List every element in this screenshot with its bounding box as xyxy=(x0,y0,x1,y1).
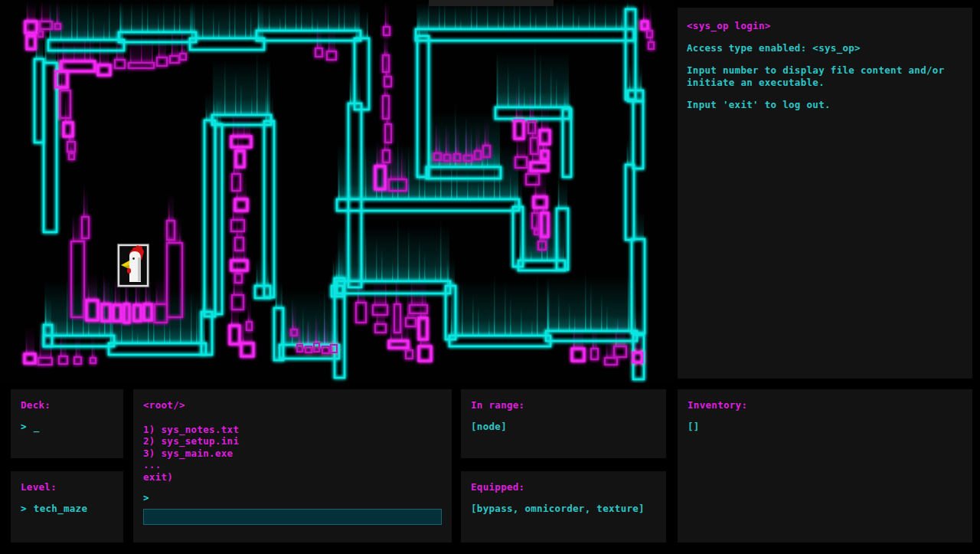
maze-wall xyxy=(633,352,642,362)
player-sprite xyxy=(118,244,149,287)
level-value: tech_maze xyxy=(34,503,87,515)
maze-streak-line xyxy=(158,13,159,32)
maze-streak-line xyxy=(74,44,75,61)
maze-wall xyxy=(241,343,253,356)
command-input[interactable] xyxy=(143,509,442,525)
maze-streak-line xyxy=(56,320,57,336)
maze-streak-line xyxy=(57,2,58,24)
command-prompt-chevron: > xyxy=(143,492,442,504)
file-list-item[interactable]: 3) sys_main.exe xyxy=(143,447,442,460)
maze-streak xyxy=(390,313,407,341)
maze-wall xyxy=(315,48,322,57)
maze-streak xyxy=(475,123,480,151)
maze-streak xyxy=(450,280,550,336)
deck-cursor: _ xyxy=(34,421,40,433)
maze-streak-line xyxy=(510,296,511,336)
maze-streak-line xyxy=(243,321,244,343)
maze-streak-line xyxy=(494,150,495,199)
maze-streak-line xyxy=(131,2,132,32)
maze-streak-line xyxy=(408,146,410,199)
maze-streak-line xyxy=(141,28,142,63)
maze-streak-line xyxy=(628,273,629,331)
maze-streak-line xyxy=(256,267,258,286)
root-directory-panel: <root/> 1) sys_notes.txt 2) sys_setup.in… xyxy=(133,389,452,543)
maze-streak-line xyxy=(520,237,521,261)
file-list-exit[interactable]: exit) xyxy=(143,471,442,484)
maze-streak-line xyxy=(524,86,525,107)
maze-canvas[interactable] xyxy=(0,0,674,383)
maze-streak xyxy=(390,152,406,179)
maze-streak-line xyxy=(643,2,645,21)
maze-streak-line xyxy=(72,288,74,336)
maze-streak-line xyxy=(401,145,403,179)
maze-streak-line xyxy=(156,287,158,304)
in-range-panel: In range: [node] xyxy=(461,389,666,458)
maze-streak-line xyxy=(635,336,636,352)
prompt-chevron-icon: > xyxy=(21,503,27,515)
maze-wall xyxy=(24,354,35,363)
maze-streak-line xyxy=(440,218,442,281)
maze-streak-line xyxy=(60,334,62,356)
maze-wall xyxy=(605,358,617,365)
maze-streak-line xyxy=(467,171,469,199)
maze-wall xyxy=(642,21,648,29)
maze-streak-line xyxy=(558,172,560,208)
maze-streak-line xyxy=(605,2,606,29)
terminal-title: <sys_op login> xyxy=(687,20,956,32)
maze-streak-line xyxy=(594,2,596,29)
maze-wall xyxy=(59,356,67,364)
maze-wall xyxy=(44,63,57,232)
maze-wall xyxy=(27,36,35,49)
maze-wall xyxy=(327,51,336,60)
maze-streak-line xyxy=(498,9,499,29)
maze-streak-line xyxy=(233,238,234,261)
maze-streak-line xyxy=(100,30,101,65)
maze-streak-line xyxy=(344,2,345,31)
maze-streak-line xyxy=(235,71,237,115)
maze-wall xyxy=(34,59,44,143)
maze-streak-line xyxy=(390,162,392,179)
maze-streak-line xyxy=(466,126,467,156)
in-range-label: In range: xyxy=(471,399,656,411)
maze-streak xyxy=(455,126,459,154)
maze-streak-line xyxy=(67,277,68,336)
level-value-row: > tech_maze xyxy=(21,503,113,515)
maze-streak-line xyxy=(385,2,387,27)
game-screen: <sys_op login> Access type enabled: <sys… xyxy=(0,0,980,554)
maze-streak-line xyxy=(497,51,498,107)
maze-streak-line xyxy=(446,124,447,155)
maze-streak xyxy=(191,2,263,38)
maze-streak-line xyxy=(424,169,426,199)
maze-streak-line xyxy=(531,248,532,261)
maze-streak-line xyxy=(562,2,564,29)
maze-streak-line xyxy=(217,102,218,124)
maze-streak-line xyxy=(381,166,383,199)
maze-streak-line xyxy=(234,141,235,174)
maze-streak-line xyxy=(419,15,420,36)
maze-wall xyxy=(416,29,634,41)
maze-streak-line xyxy=(367,9,368,38)
maze-streak-line xyxy=(407,290,409,318)
maze-streak-line xyxy=(621,16,622,29)
maze-streak xyxy=(62,34,94,61)
maze-streak-line xyxy=(338,164,340,199)
maze-wall xyxy=(190,38,264,50)
maze-streak-line xyxy=(338,2,340,31)
in-range-value: [node] xyxy=(471,421,656,433)
file-list-item[interactable]: 1) sys_notes.txt xyxy=(143,424,442,436)
file-list-item[interactable]: 2) sys_setup.ini xyxy=(143,435,442,447)
maze-wall xyxy=(180,54,186,60)
terminal-logout-line: Input 'exit' to log out. xyxy=(687,99,956,111)
maze-streak-line xyxy=(408,228,410,281)
maze-streak xyxy=(384,2,389,27)
maze-streak-line xyxy=(396,270,397,304)
maze-wall xyxy=(215,124,222,314)
maze-streak-line xyxy=(158,37,160,57)
maze-streak-line xyxy=(390,324,392,341)
maze-streak-line xyxy=(258,2,260,31)
maze-streak-line xyxy=(73,216,74,241)
maze-wall xyxy=(389,341,408,348)
maze-streak-line xyxy=(510,173,511,199)
maze-streak-line xyxy=(251,94,253,115)
maze-streak xyxy=(445,127,449,155)
